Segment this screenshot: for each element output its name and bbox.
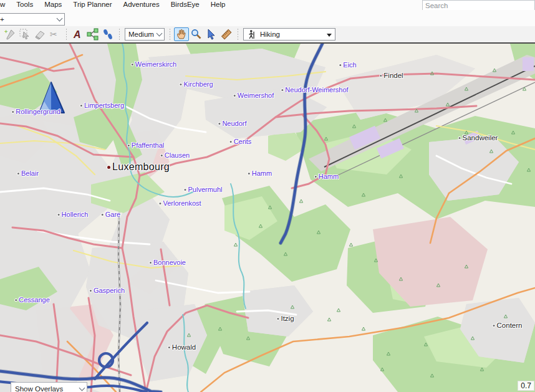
menu-item-maps[interactable]: Maps xyxy=(44,0,62,8)
waypoint-letter-a-icon: A xyxy=(72,28,84,41)
menu-item-w[interactable]: w xyxy=(0,0,5,8)
measure-ruler-icon xyxy=(220,28,233,41)
pan-tool-button[interactable] xyxy=(174,27,189,41)
chevron-down-icon xyxy=(327,34,332,37)
chevron-down-icon xyxy=(57,16,63,22)
activity-profile-value: Hiking xyxy=(260,31,280,38)
new-item-pencil-icon: + xyxy=(4,28,16,41)
activity-profile-dropdown[interactable]: Hiking xyxy=(243,28,335,41)
map-graphics xyxy=(0,44,535,392)
detail-level-value: Medium xyxy=(128,31,154,38)
collection-dropdown-value: + xyxy=(0,16,4,23)
toolbar-separator xyxy=(236,28,239,41)
menu-bar: wToolsMapsTrip PlannerAdventuresBirdsEye… xyxy=(0,0,420,10)
route-nodes-icon xyxy=(87,28,99,41)
svg-text:A: A xyxy=(73,29,81,40)
main-toolbar: + ✂ A xyxy=(0,26,535,44)
collection-row: + xyxy=(0,10,535,26)
search-input[interactable] xyxy=(422,0,535,11)
map-scale-value: 0.7 xyxy=(518,381,534,391)
marquee-select-button[interactable] xyxy=(17,27,32,41)
chevron-down-icon xyxy=(79,385,85,391)
application-window: wToolsMapsTrip PlannerAdventuresBirdsEye… xyxy=(0,0,535,392)
svg-text:✂: ✂ xyxy=(50,29,57,39)
track-footprints-icon xyxy=(102,28,114,41)
menu-item-trip-planner[interactable]: Trip Planner xyxy=(73,0,112,8)
detail-level-dropdown[interactable]: Medium xyxy=(125,28,165,41)
selection-tool-button[interactable] xyxy=(204,27,219,41)
toolbar-separator xyxy=(168,28,171,41)
toolbar-separator xyxy=(118,28,121,41)
new-track-button[interactable] xyxy=(100,27,115,41)
menu-item-birdseye[interactable]: BirdsEye xyxy=(171,0,200,8)
new-waypoint-button[interactable]: A xyxy=(70,27,85,41)
show-overlays-dropdown[interactable]: Show Overlays xyxy=(11,382,87,392)
eraser-icon xyxy=(34,28,46,41)
toolbar-separator xyxy=(65,28,68,41)
chevron-down-icon xyxy=(157,31,163,37)
new-item-button[interactable]: + xyxy=(2,27,17,41)
hiker-icon xyxy=(247,29,258,40)
svg-text:+: + xyxy=(4,29,7,35)
new-route-button[interactable] xyxy=(85,27,100,41)
menu-item-adventures[interactable]: Adventures xyxy=(123,0,160,8)
zoom-magnifier-icon xyxy=(190,28,203,41)
marquee-select-icon xyxy=(19,28,31,41)
menu-item-tools[interactable]: Tools xyxy=(16,0,33,8)
collection-dropdown[interactable]: + xyxy=(0,13,65,26)
select-arrow-icon xyxy=(205,28,218,41)
map-canvas[interactable]: EichWeimerskirchKirchbergRollingergrundL… xyxy=(0,44,535,392)
divide-button[interactable]: ✂ xyxy=(47,27,62,41)
pan-hand-icon xyxy=(175,28,188,41)
show-overlays-value: Show Overlays xyxy=(15,385,63,392)
measure-tool-button[interactable] xyxy=(219,27,234,41)
cut-scissors-icon: ✂ xyxy=(49,28,61,41)
zoom-tool-button[interactable] xyxy=(189,27,204,41)
eraser-button[interactable] xyxy=(32,27,47,41)
menu-item-help[interactable]: Help xyxy=(211,0,226,8)
